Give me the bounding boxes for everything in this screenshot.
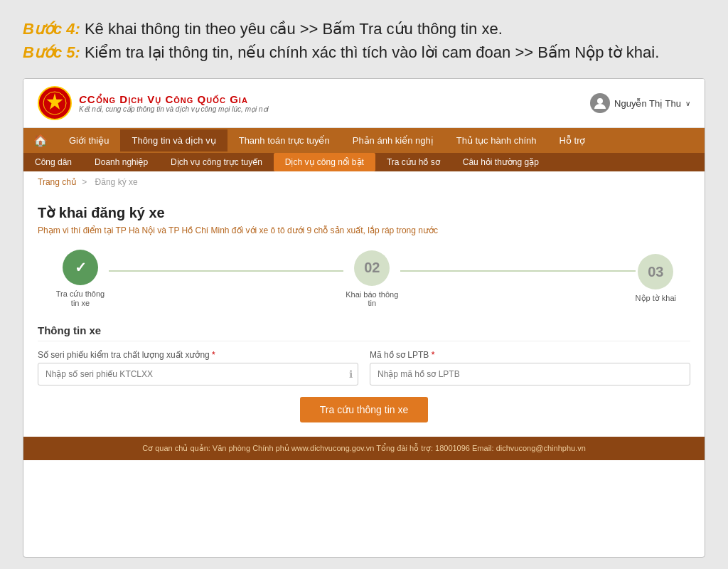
form-required-serial: * bbox=[212, 350, 215, 360]
step-circle-1: ✓ bbox=[63, 250, 98, 285]
form-label-serial: Số seri phiếu kiểm tra chất lượng xuất x… bbox=[38, 350, 358, 360]
main-nav-item-feedback[interactable]: Phản ánh kiến nghị bbox=[341, 129, 445, 151]
form-group-serial: Số seri phiếu kiểm tra chất lượng xuất x… bbox=[38, 350, 358, 385]
logo-title-c: C bbox=[79, 93, 87, 105]
user-avatar-icon bbox=[590, 93, 610, 113]
form-required-lptb: * bbox=[432, 350, 435, 360]
portal-user[interactable]: Nguyễn Thị Thu ∨ bbox=[590, 93, 690, 113]
sub-nav-item-featured-service[interactable]: Dịch vụ công nổi bật bbox=[274, 153, 375, 171]
main-nav-item-payment[interactable]: Thanh toán trực tuyến bbox=[228, 129, 341, 151]
main-nav-item-info[interactable]: Thông tin và dịch vụ bbox=[120, 129, 227, 151]
browser-frame: CCổng Dịch Vụ Công Quốc Gia Kết nối, cun… bbox=[23, 78, 705, 558]
main-nav: 🏠Giới thiệuThông tin và dịch vụThanh toá… bbox=[23, 128, 705, 153]
step4-text: Kê khai thông tin theo yêu cầu >> Bấm Tr… bbox=[80, 20, 503, 38]
steps-container: ✓Tra cứu thông tin xe02Khai báo thông ti… bbox=[38, 250, 690, 307]
main-nav-item-about[interactable]: Giới thiệu bbox=[58, 129, 120, 151]
form-row: Số seri phiếu kiểm tra chất lượng xuất x… bbox=[38, 350, 690, 385]
step-1: ✓Tra cứu thông tin xe bbox=[52, 250, 109, 307]
serial-input[interactable] bbox=[38, 363, 358, 385]
portal-footer: Cơ quan chủ quản: Văn phòng Chính phủ ww… bbox=[23, 437, 705, 460]
form-input-wrap-lptb bbox=[370, 363, 690, 385]
form-section-title: Thông tin xe bbox=[38, 324, 690, 341]
page-content: Tờ khai đăng ký xe Phạm vi thí điểm tại … bbox=[23, 193, 705, 437]
step-line-1 bbox=[109, 270, 343, 272]
step-2: 02Khai báo thông tin bbox=[343, 250, 400, 307]
step-label-2: Khai báo thông tin bbox=[343, 290, 400, 307]
sub-nav: Công dânDoanh nghiệpDịch vụ công trực tu… bbox=[23, 153, 705, 171]
form-group-lptb: Mã hồ sơ LPTB * bbox=[370, 350, 690, 385]
main-nav-item-procedure[interactable]: Thủ tục hành chính bbox=[445, 129, 548, 151]
lptb-input[interactable] bbox=[370, 363, 690, 385]
form-label-lptb-text: Mã hồ sơ LPTB bbox=[370, 350, 429, 360]
step-label-3: Nộp tờ khai bbox=[636, 294, 676, 303]
step-label-1: Tra cứu thông tin xe bbox=[52, 289, 109, 307]
form-label-lptb: Mã hồ sơ LPTB * bbox=[370, 350, 690, 360]
user-name: Nguyễn Thị Thu bbox=[614, 98, 681, 109]
breadcrumb-link[interactable]: Trang chủ bbox=[38, 177, 77, 187]
svg-point-3 bbox=[597, 98, 603, 104]
logo-title-rest: Cổng Dịch Vụ Công Quốc Gia bbox=[87, 93, 248, 105]
main-nav-item-home[interactable]: 🏠 bbox=[23, 128, 58, 153]
sub-nav-item-faq[interactable]: Câu hỏi thường gặp bbox=[451, 153, 550, 171]
breadcrumb-current: Đăng ký xe bbox=[95, 177, 138, 187]
info-icon[interactable]: ℹ bbox=[349, 368, 353, 380]
sub-nav-item-lookup[interactable]: Tra cứu hồ sơ bbox=[375, 153, 451, 171]
main-nav-item-support[interactable]: Hỗ trợ bbox=[548, 129, 597, 151]
sub-nav-item-citizen[interactable]: Công dân bbox=[23, 153, 83, 171]
form-label-serial-text: Số seri phiếu kiểm tra chất lượng xuất x… bbox=[38, 350, 210, 360]
form-input-wrap-serial: ℹ bbox=[38, 363, 358, 385]
step5-text: Kiểm tra lại thông tin, nếu chính xác th… bbox=[80, 43, 659, 61]
step-circle-2: 02 bbox=[354, 250, 390, 286]
search-btn-container: Tra cứu thông tin xe bbox=[38, 397, 690, 422]
portal-logo: CCổng Dịch Vụ Công Quốc Gia Kết nối, cun… bbox=[38, 86, 269, 120]
step4-line: Bước 4: Kê khai thông tin theo yêu cầu >… bbox=[23, 17, 705, 41]
logo-title: CCổng Dịch Vụ Công Quốc Gia bbox=[79, 93, 269, 105]
logo-subtitle: Kết nối, cung cấp thông tin và dịch vụ c… bbox=[79, 105, 269, 113]
step5-line: Bước 5: Kiểm tra lại thông tin, nếu chín… bbox=[23, 41, 705, 64]
logo-text: CCổng Dịch Vụ Công Quốc Gia Kết nối, cun… bbox=[79, 93, 269, 113]
instructions-area: Bước 4: Kê khai thông tin theo yêu cầu >… bbox=[0, 0, 728, 75]
portal-header: CCổng Dịch Vụ Công Quốc Gia Kết nối, cun… bbox=[23, 79, 705, 128]
step5-label: Bước 5: bbox=[23, 43, 80, 61]
breadcrumb: Trang chủ > Đăng ký xe bbox=[23, 171, 705, 193]
sub-nav-item-business[interactable]: Doanh nghiệp bbox=[83, 153, 159, 171]
step-3: 03Nộp tờ khai bbox=[636, 254, 676, 303]
sub-nav-item-online-service[interactable]: Dịch vụ công trực tuyến bbox=[159, 153, 274, 171]
logo-emblem bbox=[38, 86, 72, 120]
page-title: Tờ khai đăng ký xe bbox=[38, 204, 690, 221]
search-button[interactable]: Tra cứu thông tin xe bbox=[300, 397, 428, 422]
footer-text: Cơ quan chủ quản: Văn phòng Chính phủ ww… bbox=[142, 444, 586, 452]
form-section: Thông tin xe Số seri phiếu kiểm tra chất… bbox=[38, 324, 690, 422]
page-subtitle: Phạm vi thí điểm tại TP Hà Nội và TP Hồ … bbox=[38, 225, 690, 235]
step4-label: Bước 4: bbox=[23, 20, 80, 38]
step-line-2 bbox=[400, 270, 635, 272]
step-circle-3: 03 bbox=[638, 254, 673, 289]
user-chevron-icon: ∨ bbox=[685, 100, 690, 107]
